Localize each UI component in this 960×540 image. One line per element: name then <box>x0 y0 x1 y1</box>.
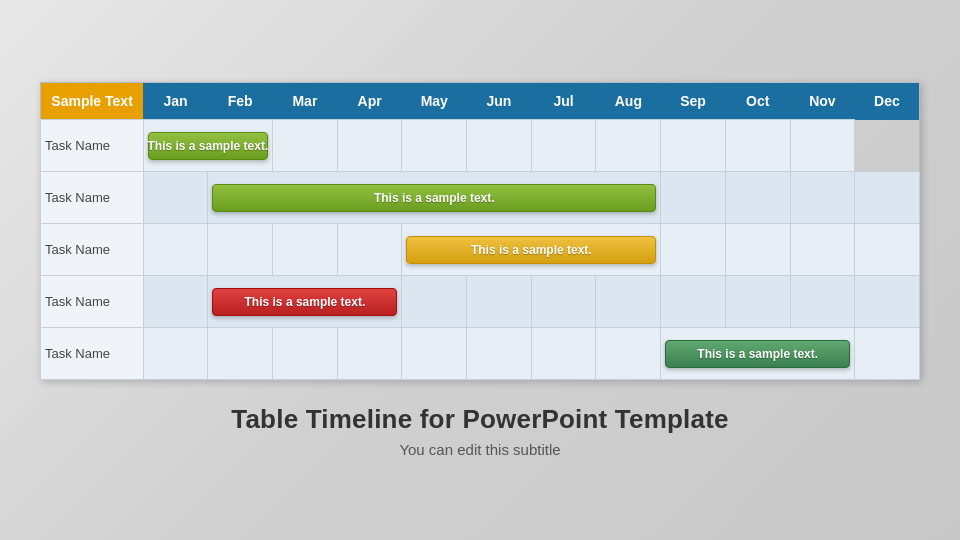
table-row: Task Name This is a sample text. <box>41 172 920 224</box>
empty-cell <box>790 224 855 276</box>
empty-cell <box>273 120 338 172</box>
bar-cell-1: This is a sample text. <box>143 120 272 172</box>
empty-cell <box>531 120 596 172</box>
empty-cell <box>273 328 338 380</box>
empty-cell <box>596 276 661 328</box>
empty-cell <box>661 224 726 276</box>
table-row: Task Name This is a sample text. <box>41 328 920 380</box>
empty-cell <box>725 276 790 328</box>
empty-cell <box>855 172 920 224</box>
header-aug: Aug <box>596 83 661 120</box>
empty-cell <box>402 276 467 328</box>
slide-container: Sample Text Jan Feb Mar Apr May Jun Jul … <box>30 82 930 458</box>
empty-cell <box>467 328 532 380</box>
empty-cell <box>661 276 726 328</box>
bar-cell-4: This is a sample text. <box>208 276 402 328</box>
empty-cell <box>208 328 273 380</box>
empty-cell <box>855 224 920 276</box>
header-feb: Feb <box>208 83 273 120</box>
header-oct: Oct <box>725 83 790 120</box>
footer-subtitle: You can edit this subtitle <box>231 441 728 458</box>
empty-cell <box>790 276 855 328</box>
empty-cell <box>467 276 532 328</box>
task-name-2: Task Name <box>41 172 144 224</box>
empty-cell <box>725 120 790 172</box>
bar-cell-3: This is a sample text. <box>402 224 661 276</box>
empty-cell <box>208 224 273 276</box>
empty-cell <box>402 328 467 380</box>
task-name-1: Task Name <box>41 120 144 172</box>
task-name-4: Task Name <box>41 276 144 328</box>
header-jul: Jul <box>531 83 596 120</box>
table-row: Task Name This is a sample text. <box>41 120 920 172</box>
empty-cell <box>661 172 726 224</box>
gantt-bar-1: This is a sample text. <box>148 132 268 160</box>
header-jan: Jan <box>143 83 208 120</box>
header-row: Sample Text Jan Feb Mar Apr May Jun Jul … <box>41 83 920 120</box>
footer: Table Timeline for PowerPoint Template Y… <box>231 404 728 458</box>
empty-cell <box>143 328 208 380</box>
empty-cell <box>855 328 920 380</box>
header-nov: Nov <box>790 83 855 120</box>
header-apr: Apr <box>337 83 402 120</box>
table-row: Task Name This is a sample text. <box>41 276 920 328</box>
empty-cell <box>596 328 661 380</box>
empty-cell <box>531 276 596 328</box>
empty-cell <box>337 120 402 172</box>
gantt-table: Sample Text Jan Feb Mar Apr May Jun Jul … <box>40 82 920 380</box>
empty-cell <box>143 276 208 328</box>
empty-cell <box>855 276 920 328</box>
header-may: May <box>402 83 467 120</box>
header-sample: Sample Text <box>41 83 144 120</box>
gantt-bar-5: This is a sample text. <box>665 340 850 368</box>
gantt-bar-2: This is a sample text. <box>212 184 656 212</box>
empty-cell <box>337 328 402 380</box>
header-dec: Dec <box>855 83 920 120</box>
empty-cell <box>725 172 790 224</box>
header-sep: Sep <box>661 83 726 120</box>
bar-cell-2: This is a sample text. <box>208 172 661 224</box>
header-mar: Mar <box>273 83 338 120</box>
footer-title: Table Timeline for PowerPoint Template <box>231 404 728 435</box>
empty-cell <box>790 172 855 224</box>
empty-cell <box>790 120 855 172</box>
empty-cell <box>402 120 467 172</box>
empty-cell <box>467 120 532 172</box>
empty-cell <box>143 172 208 224</box>
empty-cell <box>273 224 338 276</box>
empty-cell <box>337 224 402 276</box>
empty-cell <box>531 328 596 380</box>
gantt-bar-4: This is a sample text. <box>212 288 397 316</box>
empty-cell <box>725 224 790 276</box>
empty-cell <box>661 120 726 172</box>
empty-cell <box>596 120 661 172</box>
header-jun: Jun <box>467 83 532 120</box>
gantt-bar-3: This is a sample text. <box>406 236 656 264</box>
table-row: Task Name This is a sample text. <box>41 224 920 276</box>
task-name-3: Task Name <box>41 224 144 276</box>
bar-cell-5: This is a sample text. <box>661 328 855 380</box>
task-name-5: Task Name <box>41 328 144 380</box>
empty-cell <box>143 224 208 276</box>
